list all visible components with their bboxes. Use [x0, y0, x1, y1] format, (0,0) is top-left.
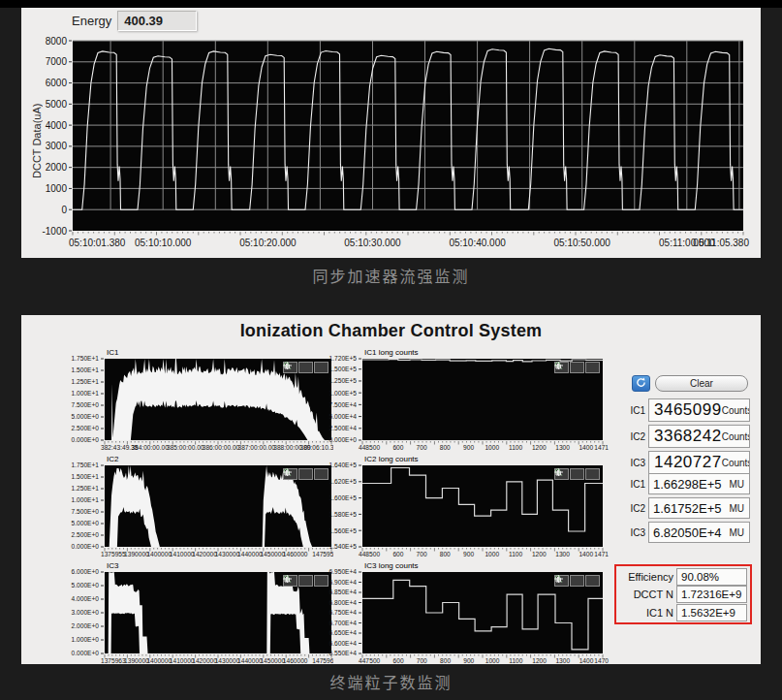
ic3-counts-unit: Counts: [722, 458, 750, 468]
svg-text:05:10:30.000: 05:10:30.000: [344, 238, 401, 248]
svg-text:1.500E+1: 1.500E+1: [72, 366, 100, 373]
svg-text:447: 447: [359, 657, 369, 664]
dcct-n-label: DCCT N: [619, 589, 673, 600]
caption-synchrotron: 同步加速器流强监测: [0, 264, 782, 287]
ic3-mu-label: IC3: [626, 527, 645, 538]
svg-text:6.900E+4: 6.900E+4: [329, 579, 358, 586]
zoom-icon[interactable]: [298, 362, 313, 373]
svg-text:1000: 1000: [485, 444, 499, 451]
svg-text:05:10:50.000: 05:10:50.000: [554, 238, 611, 248]
dcct-y-axis-title: DCCT Data(uA): [31, 58, 43, 223]
svg-text:1.000E+5: 1.000E+5: [329, 390, 358, 397]
svg-text:1440000: 1440000: [237, 657, 263, 664]
svg-text:05:10:20.000: 05:10:20.000: [239, 238, 297, 248]
refresh-button[interactable]: [632, 375, 650, 392]
svg-text:1000: 1000: [485, 657, 500, 664]
svg-text:1000: 1000: [46, 183, 68, 194]
zoom-icon[interactable]: [570, 468, 584, 480]
energy-label: Energy: [72, 14, 111, 28]
svg-text:7.500E+4: 7.500E+4: [329, 401, 358, 408]
svg-text:700: 700: [417, 551, 427, 557]
svg-text:1.540E+5: 1.540E+5: [329, 543, 358, 550]
ic3-counts-label: IC3: [626, 458, 645, 468]
svg-text:1200: 1200: [532, 657, 547, 664]
ic3-counts-field: 1420727 Counts: [648, 451, 750, 474]
svg-text:1420000: 1420000: [192, 551, 217, 557]
svg-text:1400000: 1400000: [146, 657, 172, 664]
zoom-icon[interactable]: [298, 468, 313, 480]
pan-icon[interactable]: [314, 468, 328, 480]
svg-text:1300: 1300: [555, 444, 570, 451]
svg-text:1.000E+1: 1.000E+1: [72, 496, 100, 503]
ic3-mu-row: IC3 6.82050E+4 MU: [626, 522, 750, 543]
svg-text:1410000: 1410000: [170, 551, 195, 557]
svg-text:2000: 2000: [46, 162, 68, 173]
ic1-chart: IC1 1.750E+11.500E+11.250E+11.000E+17.50…: [50, 348, 333, 453]
ic3-counts-value: 1420727: [649, 453, 722, 472]
svg-text:3000: 3000: [46, 141, 68, 151]
svg-text:1.750E+1: 1.750E+1: [72, 461, 100, 468]
svg-text:1300: 1300: [555, 551, 570, 557]
svg-text:600: 600: [392, 444, 403, 451]
dcct-n-value: 1.72316E+9: [677, 589, 741, 600]
svg-text:1300: 1300: [555, 657, 570, 664]
svg-text:1100: 1100: [509, 657, 523, 664]
svg-text:6.000E+0: 6.000E+0: [72, 568, 100, 575]
zoom-icon[interactable]: [570, 575, 584, 587]
svg-text:1375963: 1375963: [101, 657, 126, 664]
zoom-icon[interactable]: [570, 362, 584, 373]
svg-text:6.650E+4: 6.650E+4: [329, 629, 358, 636]
ic2-counts-field: 3368242 Counts: [648, 425, 750, 448]
svg-text:385:00:00.00: 385:00:00.00: [167, 444, 204, 451]
ic1-counts-unit: Counts: [722, 405, 750, 416]
svg-text:2.500E+4: 2.500E+4: [329, 425, 358, 431]
svg-text:500: 500: [369, 444, 380, 451]
svg-text:05:10:10.000: 05:10:10.000: [135, 238, 192, 248]
svg-text:1100: 1100: [509, 551, 523, 557]
ic1-counts-field: 3465099 Counts: [648, 398, 750, 422]
zoom-icon[interactable]: [298, 575, 313, 587]
svg-text:0.000E+0: 0.000E+0: [72, 543, 100, 550]
pan-icon[interactable]: [585, 468, 600, 480]
svg-text:7.500E+0: 7.500E+0: [72, 508, 100, 515]
ic2-long-counts-chart: IC2 long counts 1.640E+51.620E+51.600E+5…: [320, 455, 610, 559]
svg-text:600: 600: [393, 657, 404, 664]
svg-text:700: 700: [417, 657, 427, 664]
svg-text:1400000: 1400000: [146, 551, 172, 557]
efficiency-value: 90.08%: [677, 571, 719, 583]
svg-text:7000: 7000: [46, 56, 68, 67]
clear-button[interactable]: Clear: [655, 375, 748, 392]
svg-text:1.600E+5: 1.600E+5: [329, 494, 358, 501]
svg-text:1.000E+0: 1.000E+0: [72, 636, 100, 643]
dcct-n-field: 1.72316E+9: [676, 586, 747, 603]
svg-text:0.000E+0: 0.000E+0: [329, 436, 358, 443]
svg-text:2.000E+0: 2.000E+0: [72, 622, 100, 629]
svg-text:448: 448: [359, 444, 369, 451]
pan-icon[interactable]: [314, 362, 328, 373]
pan-icon[interactable]: [314, 575, 328, 587]
svg-text:1450000: 1450000: [260, 657, 285, 664]
ic2-mu-row: IC2 1.61752E+5 MU: [626, 497, 750, 519]
ic1-mu-row: IC1 1.66298E+5 MU: [626, 473, 750, 494]
ic3-long-counts-title: IC3 long counts: [364, 561, 419, 570]
svg-text:2.500E+0: 2.500E+0: [72, 425, 100, 431]
ic2-counts-unit: Counts: [722, 431, 750, 442]
svg-text:1.560E+5: 1.560E+5: [329, 527, 358, 534]
pan-icon[interactable]: [585, 575, 600, 587]
svg-text:1430000: 1430000: [215, 657, 240, 664]
svg-text:1.500E+1: 1.500E+1: [72, 473, 100, 480]
caption-terminal: 终端粒子数监测: [0, 670, 782, 693]
svg-text:1440000: 1440000: [237, 551, 263, 557]
svg-text:4.000E+0: 4.000E+0: [72, 595, 100, 602]
svg-text:386:00:00.00: 386:00:00.00: [203, 444, 240, 451]
svg-text:5.000E+0: 5.000E+0: [72, 520, 100, 526]
graph-palette: [283, 575, 328, 587]
ic1-counts-row: IC1 3465099 Counts: [626, 398, 750, 422]
ic1-counts-label: IC1: [626, 405, 645, 416]
svg-text:5.000E+0: 5.000E+0: [72, 413, 100, 420]
pan-icon[interactable]: [585, 362, 600, 373]
efficiency-field: 90.08%: [676, 568, 747, 586]
ic3-mu-unit: MU: [729, 527, 749, 538]
ic1-mu-field: 1.66298E+5 MU: [648, 473, 750, 494]
svg-text:1390000: 1390000: [124, 657, 149, 664]
